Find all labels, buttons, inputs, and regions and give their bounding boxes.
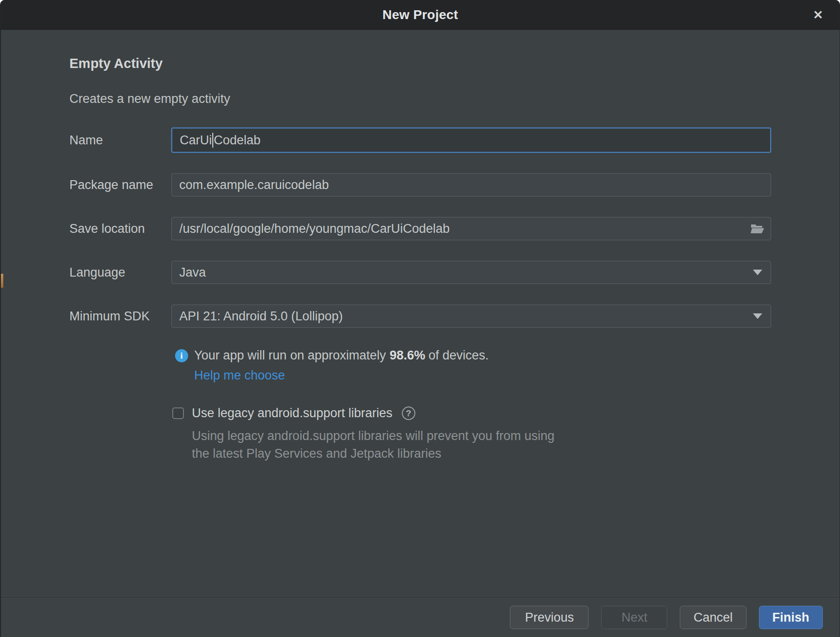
legacy-description-line2: the latest Play Services and Jetpack lib… xyxy=(192,445,770,462)
project-form: Name CarUiCodelab Package name com.examp… xyxy=(69,128,770,328)
chevron-down-icon xyxy=(753,270,762,275)
package-name-input[interactable]: com.example.caruicodelab xyxy=(171,173,771,197)
info-icon: i xyxy=(175,349,188,362)
dialog-content: Empty Activity Creates a new empty activ… xyxy=(1,30,840,597)
button-bar: Previous Next Cancel Finish xyxy=(1,597,840,637)
legacy-checkbox-row: Use legacy android.support libraries ? xyxy=(172,406,770,420)
desktop-sliver xyxy=(1,274,3,288)
minimum-sdk-value: API 21: Android 5.0 (Lollipop) xyxy=(179,309,343,324)
save-location-value: /usr/local/google/home/youngmac/CarUiCod… xyxy=(179,222,450,236)
sdk-info-text-before: Your app will run on approximately xyxy=(194,348,386,363)
legacy-checkbox[interactable] xyxy=(172,407,184,419)
sdk-info-line: i Your app will run on approximately 98.… xyxy=(175,348,770,363)
finish-button[interactable]: Finish xyxy=(759,606,823,629)
next-button[interactable]: Next xyxy=(601,606,667,629)
help-me-choose-link[interactable]: Help me choose xyxy=(194,368,285,383)
package-name-value: com.example.caruicodelab xyxy=(179,178,329,192)
help-circle-icon[interactable]: ? xyxy=(402,407,415,420)
page-subtitle: Creates a new empty activity xyxy=(69,92,770,106)
text-caret xyxy=(212,133,213,148)
legacy-libraries-block: Use legacy android.support libraries ? U… xyxy=(172,406,770,462)
cancel-button[interactable]: Cancel xyxy=(680,606,746,629)
name-value-before-caret: CarUi xyxy=(180,133,212,148)
name-input[interactable]: CarUiCodelab xyxy=(171,128,771,153)
page-title: Empty Activity xyxy=(69,56,770,71)
sdk-info-block: i Your app will run on approximately 98.… xyxy=(175,348,770,383)
name-label: Name xyxy=(69,133,171,148)
dialog-title: New Project xyxy=(382,7,458,22)
minimum-sdk-dropdown[interactable]: API 21: Android 5.0 (Lollipop) xyxy=(171,305,771,328)
language-label: Language xyxy=(69,265,171,280)
chevron-down-icon xyxy=(753,313,762,319)
minimum-sdk-label: Minimum SDK xyxy=(69,309,171,324)
legacy-checkbox-label: Use legacy android.support libraries xyxy=(192,406,393,420)
new-project-dialog: New Project ✕ Empty Activity Creates a n… xyxy=(0,0,840,637)
language-value: Java xyxy=(179,265,206,280)
name-value-after-caret: Codelab xyxy=(214,133,261,148)
previous-button[interactable]: Previous xyxy=(510,606,589,629)
folder-browse-icon[interactable] xyxy=(750,223,765,235)
legacy-description-line1: Using legacy android.support libraries w… xyxy=(192,427,770,445)
package-name-label: Package name xyxy=(69,178,171,192)
close-icon[interactable]: ✕ xyxy=(807,0,829,30)
sdk-info-text-after: of devices. xyxy=(428,348,488,363)
save-location-label: Save location xyxy=(69,222,171,236)
sdk-percent: 98.6% xyxy=(386,348,429,363)
legacy-description: Using legacy android.support libraries w… xyxy=(192,427,770,462)
title-bar: New Project ✕ xyxy=(1,0,840,30)
save-location-input[interactable]: /usr/local/google/home/youngmac/CarUiCod… xyxy=(171,217,771,240)
language-dropdown[interactable]: Java xyxy=(171,261,771,284)
